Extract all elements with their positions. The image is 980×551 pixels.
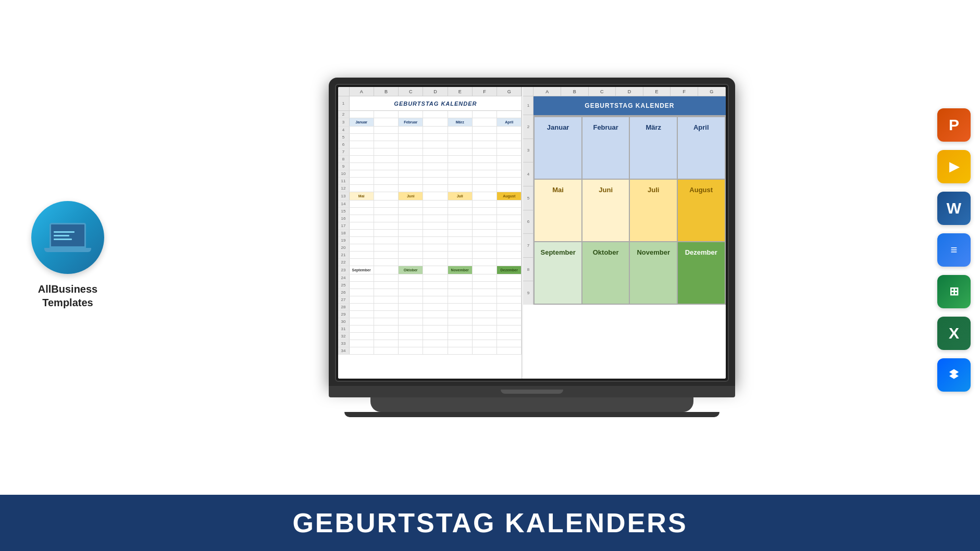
ss-row-16: 16 <box>338 215 522 222</box>
ss-row-34: 34 <box>338 347 522 355</box>
ss-row-25: 25 <box>338 282 522 289</box>
ss-row-months-2: 13 Mai Juni Juli August <box>338 192 522 201</box>
ss-row-30: 30 <box>338 318 522 325</box>
ss-row-27: 27 <box>338 296 522 304</box>
month-cell-juli: Juli <box>630 180 677 241</box>
ss-row-26: 26 <box>338 289 522 296</box>
big-month-grid: Januar Februar März April <box>534 115 725 305</box>
excel-icon[interactable]: X <box>937 317 971 350</box>
ss-col-headers-left: A B C D E F G <box>338 87 522 96</box>
google-slides-icon[interactable]: ▶ <box>937 150 971 183</box>
ss-row-32: 32 <box>338 333 522 340</box>
ss-row-9: 9 <box>338 163 522 170</box>
ss-row-28: 28 <box>338 304 522 311</box>
ss-row-14: 14 <box>338 201 522 208</box>
month-cell-juni: Juni <box>582 180 629 241</box>
ss-row-11: 11 <box>338 178 522 185</box>
ss-col-headers-right: A B C D E F G <box>523 87 725 96</box>
ss-row-7: 7 <box>338 148 522 156</box>
ss-data-rows-1: 456789101112 <box>338 127 522 192</box>
laptop-screen-content: A B C D E F G 1 GEBURTSTAG <box>338 87 726 379</box>
month-cell-februar: Februar <box>582 117 629 179</box>
ss-row-21: 21 <box>338 252 522 259</box>
main-content-area: AllBusiness Templates A B <box>0 0 980 495</box>
laptop-container: A B C D E F G 1 GEBURTSTAG <box>329 78 735 417</box>
ss-row-33: 33 <box>338 340 522 347</box>
laptop-section: A B C D E F G 1 GEBURTSTAG <box>135 78 928 417</box>
ss-row-31: 31 <box>338 325 522 333</box>
ss-row-6: 6 <box>338 141 522 148</box>
ss-row-29: 29 <box>338 311 522 318</box>
bottom-title: GEBURTSTAG KALENDERS <box>292 507 687 539</box>
ss-data-rows-2: 141516171819202122 <box>338 201 522 266</box>
laptop-body: A B C D E F G 1 GEBURTSTAG <box>329 78 735 386</box>
month-cell-oktober: Oktober <box>582 242 629 304</box>
month-cell-november: November <box>630 242 677 304</box>
month-cell-dezember: Dezember <box>678 242 725 304</box>
ss-row-22: 22 <box>338 259 522 266</box>
ss-data-rows-3: 2425262728293031323334 <box>338 274 522 355</box>
ss-row-2: 2 <box>338 111 522 118</box>
month-cell-mai: Mai <box>535 180 581 241</box>
bottom-bar: GEBURTSTAG KALENDERS <box>0 495 980 551</box>
month-cell-marz: März <box>630 117 677 179</box>
month-cell-april: April <box>678 117 725 179</box>
ss-row-19: 19 <box>338 237 522 244</box>
big-calendar-area: 2 3 4 5 6 7 8 9 <box>523 115 725 305</box>
ss-row-12: 12 <box>338 185 522 192</box>
screen-line-1 <box>54 231 75 233</box>
row-numbers-col: 2 3 4 5 6 7 8 9 <box>523 115 534 305</box>
laptop-notch <box>501 390 563 394</box>
powerpoint-icon[interactable]: P <box>937 108 971 142</box>
ss-row-months-3: 23 September Oktober November Dezember <box>338 266 522 274</box>
ss-row-4: 4 <box>338 127 522 134</box>
laptop-screen-area: A B C D E F G 1 GEBURTSTAG <box>335 84 729 382</box>
laptop-foot <box>344 412 720 417</box>
ss-row-5: 5 <box>338 134 522 141</box>
ss-right-title-row: 1 GEBURTSTAG KALENDER <box>523 96 725 115</box>
app-icons-section: P ▶ W ≡ ⊞ X <box>928 103 980 392</box>
right-spreadsheet-title: GEBURTSTAG KALENDER <box>534 96 725 115</box>
laptop-base-icon <box>44 248 91 252</box>
laptop-bottom-bezel <box>329 386 735 397</box>
ss-row-8: 8 <box>338 156 522 163</box>
ss-row-10: 10 <box>338 170 522 178</box>
ss-row-20: 20 <box>338 244 522 252</box>
dropbox-icon[interactable] <box>937 358 971 392</box>
screen-line-2 <box>54 235 69 236</box>
ss-row-24: 24 <box>338 274 522 282</box>
brand-name: AllBusiness Templates <box>38 282 97 309</box>
spreadsheet-right: A B C D E F G 1 GEBURTSTAG <box>523 87 725 379</box>
brand-section: AllBusiness Templates <box>0 185 135 309</box>
left-spreadsheet-title: GEBURTSTAG KALENDER <box>350 96 522 110</box>
ss-row-17: 17 <box>338 222 522 230</box>
ss-title-row: 1 GEBURTSTAG KALENDER <box>338 96 522 111</box>
screen-line-3 <box>54 239 72 240</box>
ss-row-months-1: 3 Januar Februar März April <box>338 118 522 127</box>
google-sheets-icon[interactable]: ⊞ <box>937 275 971 308</box>
brand-logo <box>31 201 104 274</box>
laptop-stand <box>370 397 693 412</box>
month-cell-januar: Januar <box>535 117 581 179</box>
ss-row-15: 15 <box>338 208 522 215</box>
month-cell-august: August <box>678 180 725 241</box>
word-icon[interactable]: W <box>937 192 971 225</box>
google-docs-icon[interactable]: ≡ <box>937 233 971 267</box>
month-cell-september: September <box>535 242 581 304</box>
ss-row-18: 18 <box>338 230 522 237</box>
laptop-screen-icon <box>49 223 86 248</box>
spreadsheet-left: A B C D E F G 1 GEBURTSTAG <box>338 87 523 379</box>
